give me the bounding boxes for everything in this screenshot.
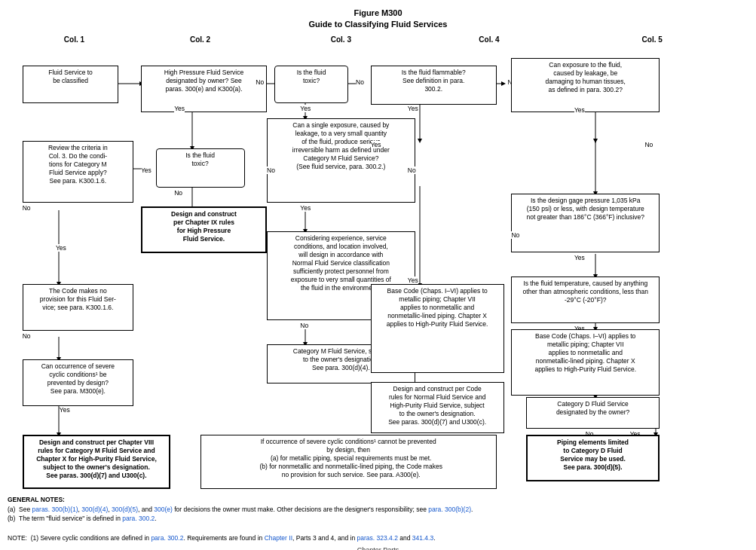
col-header-4: Col. 4 [422, 35, 556, 44]
link-341.4.3[interactable]: 341.4.3 [412, 534, 433, 542]
link-300b1[interactable]: paras. 300(b)(1) [32, 506, 78, 513]
link-323.4.2[interactable]: paras. 323.4.2 [357, 534, 398, 542]
box-review-criteria: Review the criteria inCol. 3. Do the con… [23, 141, 133, 203]
label-yes-occurrence: Yes [60, 406, 70, 414]
label-yes-col5-down: Yes [574, 106, 585, 114]
label-yes-col1-review: Yes [56, 244, 66, 252]
box-design-high-pressure: Design and constructper Chapter IX rules… [141, 206, 267, 253]
box-piping-elements: Piping elements limitedto Category D Flu… [526, 435, 660, 481]
box-col3-bottom: If occurrence of severe cyclic condition… [200, 435, 497, 489]
box-category-d: Category D Fluid Servicedesignated by th… [526, 397, 660, 429]
bottom-chapter-label: Chapter Parts [8, 546, 748, 550]
col-header-5: Col. 5 [571, 35, 733, 44]
label-yes-col2-toxic: Yes [141, 167, 152, 174]
box-flammable: Is the fluid flammable?See definition in… [371, 66, 497, 105]
link-300b2[interactable]: para. 300(b)(2) [428, 506, 471, 513]
note-footer: NOTE: (1) Severe cyclic conditions are d… [8, 533, 748, 543]
box-exposure: Can exposure to the fluid,caused by leak… [511, 58, 660, 112]
label-no-code: No [23, 332, 31, 340]
label-yes-col4-side: Yes [371, 141, 381, 148]
link-300.2-note[interactable]: para. 300.2 [151, 534, 183, 542]
label-yes-col4-base: Yes [408, 277, 418, 284]
notes-section: GENERAL NOTES: (a) See paras. 300(b)(1),… [8, 495, 748, 543]
box-can-occurrence: Can occurrence of severecyclic condition… [23, 359, 133, 406]
diagram-area: Fluid Service tobe classified High Press… [8, 52, 748, 489]
label-yes-col3-down: Yes [300, 105, 311, 112]
label-no-gage: No [511, 231, 519, 239]
label-no-col2-toxic: No [174, 189, 182, 197]
label-no-col2-col3: No [256, 78, 264, 86]
box-design-gage: Is the design gage pressure 1,035 kPa(15… [511, 194, 660, 252]
figure-title: Figure M300 Guide to Classifying Fluid S… [8, 8, 748, 31]
box-col1-bottom: Design and construct per Chapter VIIIrul… [23, 435, 171, 489]
label-yes-col4-down: Yes [408, 105, 418, 112]
link-300d4[interactable]: 300(d)(4) [81, 506, 108, 513]
label-yes-col2-down: Yes [174, 105, 185, 112]
box-single-exposure: Can a single exposure, caused byleakage,… [267, 118, 415, 203]
box-fluid-temp: Is the fluid temperature, caused by anyt… [511, 277, 660, 323]
box-fluid-service: Fluid Service tobe classified [23, 66, 119, 103]
label-yes-single-exp: Yes [300, 204, 311, 212]
box-toxic-diamond: Is the fluidtoxic? [274, 66, 348, 103]
box-high-pressure: High Pressure Fluid Servicedesignated by… [141, 66, 267, 112]
general-notes-title: GENERAL NOTES: [8, 495, 748, 505]
box-code-no-provision: The Code makes noprovision for this Flui… [23, 284, 133, 331]
box-col4-base-code: Base Code (Chaps. I–VI) applies tometall… [371, 284, 504, 373]
page-container: Figure M300 Guide to Classifying Fluid S… [8, 8, 748, 550]
label-yes-gage: Yes [574, 254, 585, 261]
link-chapter-ii[interactable]: Chapter II [265, 534, 292, 542]
label-no-col4-mid: No [408, 167, 416, 174]
col-header-3: Col. 3 [274, 35, 408, 44]
box-col5-base-code: Base Code (Chaps. I–VI) applies tometall… [511, 329, 660, 396]
note-a: (a) See paras. 300(b)(1), 300(d)(4), 300… [8, 505, 748, 515]
box-col2-toxic: Is the fluidtoxic? [156, 148, 245, 188]
col-header-2: Col. 2 [141, 35, 259, 44]
label-no-single-exp: No [267, 167, 275, 174]
link-300d5[interactable]: 300(d)(5) [112, 506, 138, 513]
link-300e[interactable]: 300(e) [154, 506, 173, 513]
label-no-col5-top: No [644, 141, 653, 148]
label-no-considering: No [300, 322, 308, 329]
note-b: (b) The term "fluid service" is defined … [8, 514, 748, 524]
label-no-col3-col4: No [356, 78, 364, 86]
label-no-col1-review: No [23, 204, 31, 212]
box-col4-design-normal: Design and construct per Coderules for N… [371, 382, 504, 433]
col-header-1: Col. 1 [23, 35, 127, 44]
link-300.2-b[interactable]: para. 300.2 [122, 515, 155, 522]
